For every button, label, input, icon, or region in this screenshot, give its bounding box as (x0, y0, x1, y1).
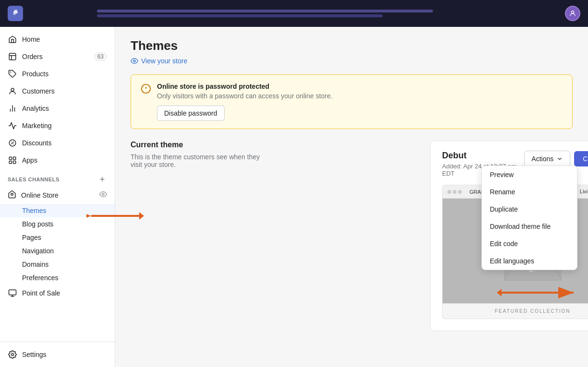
sidebar-item-online-store[interactable]: Online Store (0, 186, 115, 204)
warning-content: Online store is password protected Only … (157, 83, 563, 121)
sidebar-item-marketing[interactable]: Marketing (0, 117, 115, 134)
discounts-icon (8, 138, 17, 148)
marketing-icon (8, 121, 17, 130)
topbar-bar-2 (97, 14, 383, 17)
warning-banner: Online store is password protected Only … (131, 74, 573, 129)
sidebar-item-domains[interactable]: Domains (0, 258, 115, 271)
sub-label-navigation: Navigation (22, 247, 54, 255)
nav-label-settings: Settings (22, 351, 47, 358)
nav-label-marketing: Marketing (22, 122, 51, 130)
svg-point-14 (133, 60, 135, 62)
sidebar-item-home[interactable]: Home (0, 31, 115, 48)
sub-label-themes: Themes (22, 207, 47, 214)
topbar-search-area (97, 10, 433, 17)
online-store-icon (8, 190, 16, 200)
dropdown-item-duplicate[interactable]: Duplicate (482, 201, 577, 218)
sidebar-item-discounts[interactable]: Discounts (0, 134, 115, 152)
svg-rect-7 (13, 157, 16, 159)
svg-point-13 (12, 354, 14, 356)
customize-button[interactable]: Customize (574, 151, 588, 166)
sales-channels-label: SALES CHANNELS (8, 177, 60, 182)
svg-point-3 (10, 71, 11, 72)
avatar[interactable] (565, 6, 580, 21)
svg-rect-12 (9, 290, 16, 295)
sidebar-item-settings[interactable]: Settings (0, 346, 115, 363)
nav-label-pos: Point of Sale (22, 289, 60, 297)
sidebar-item-analytics[interactable]: Analytics (0, 100, 115, 117)
browser-dots (447, 190, 462, 194)
view-store-link[interactable]: View your store (131, 57, 573, 65)
browser-dot-1 (447, 190, 451, 194)
svg-rect-9 (13, 161, 16, 164)
dropdown-item-download[interactable]: Download theme file (482, 218, 577, 235)
customers-icon (8, 86, 17, 96)
orders-icon (8, 52, 17, 61)
shopify-logo[interactable]: S (8, 6, 23, 21)
nav-label-analytics: Analytics (22, 105, 49, 112)
sidebar: Home Orders 63 Products (0, 27, 115, 367)
products-icon (8, 69, 17, 79)
nav-label-discounts: Discounts (22, 139, 51, 147)
sidebar-item-orders[interactable]: Orders 63 (0, 48, 115, 65)
point-of-sale-icon (8, 288, 17, 298)
nav-label-home: Home (22, 36, 40, 43)
sub-label-pages: Pages (22, 234, 41, 241)
eye-icon (131, 57, 138, 65)
nav-label-orders: Orders (22, 53, 43, 60)
page-title: Themes (131, 38, 573, 53)
sidebar-item-point-of-sale[interactable]: Point of Sale (0, 284, 115, 302)
topbar: S (0, 0, 588, 27)
svg-point-4 (11, 88, 14, 91)
topbar-bar-1 (97, 10, 433, 12)
view-store-label: View your store (141, 57, 187, 65)
warning-icon (141, 83, 151, 96)
current-theme-label: Current theme (131, 141, 265, 149)
actions-button[interactable]: Actions (524, 151, 570, 167)
sub-label-blog-posts: Blog posts (22, 220, 53, 228)
svg-point-1 (571, 11, 574, 13)
dropdown-item-rename[interactable]: Rename (482, 183, 577, 201)
sub-label-domains: Domains (22, 260, 48, 268)
warning-description: Only visitors with a password can access… (157, 92, 563, 100)
svg-rect-8 (9, 161, 12, 164)
nav-label-customers: Customers (22, 87, 55, 95)
chevron-down-icon (556, 155, 563, 162)
actions-dropdown-menu: Preview Rename Duplicate Download theme … (481, 166, 577, 270)
sidebar-item-preferences[interactable]: Preferences (0, 271, 115, 284)
view-icon (99, 190, 107, 200)
theme-name: Debut (442, 151, 524, 161)
nav-label-products: Products (22, 70, 48, 78)
sidebar-item-navigation[interactable]: Navigation (0, 244, 115, 258)
dropdown-item-edit-languages[interactable]: Edit languages (482, 252, 577, 270)
browser-dot-2 (453, 190, 456, 194)
sales-channels-header: SALES CHANNELS + (0, 169, 115, 186)
sidebar-item-blog-posts[interactable]: Blog posts (0, 217, 115, 231)
orders-badge: 63 (94, 52, 107, 61)
theme-card: Debut Added: Apr 24 at 10:07 am EDT Acti… (430, 141, 588, 331)
svg-point-10 (11, 193, 13, 196)
svg-point-11 (102, 193, 104, 195)
preview-nav-living: Living▾ (580, 189, 588, 195)
browser-dot-3 (458, 190, 462, 194)
apps-icon (8, 155, 17, 165)
sidebar-item-pages[interactable]: Pages (0, 231, 115, 244)
current-theme-description: This is the theme customers see when the… (131, 153, 265, 168)
main-content: Themes View your store Online store is p… (115, 27, 588, 367)
sidebar-item-themes[interactable]: Themes (0, 204, 115, 217)
online-store-label: Online Store (21, 191, 59, 199)
dropdown-item-edit-code[interactable]: Edit code (482, 235, 577, 252)
add-sales-channel-button[interactable]: + (97, 175, 107, 184)
nav-label-apps: Apps (22, 156, 37, 164)
preview-featured-label: FEATURED COLLECTION (443, 303, 588, 319)
home-icon (8, 35, 17, 44)
dropdown-item-preview[interactable]: Preview (482, 166, 577, 183)
analytics-icon (8, 104, 17, 113)
sub-label-preferences: Preferences (22, 274, 58, 282)
disable-password-button[interactable]: Disable password (157, 106, 225, 121)
actions-label: Actions (531, 155, 553, 163)
sidebar-item-customers[interactable]: Customers (0, 83, 115, 100)
svg-rect-6 (9, 157, 12, 159)
sidebar-item-apps[interactable]: Apps (0, 152, 115, 169)
sidebar-item-products[interactable]: Products (0, 65, 115, 83)
theme-actions: Actions Customize (524, 151, 588, 167)
